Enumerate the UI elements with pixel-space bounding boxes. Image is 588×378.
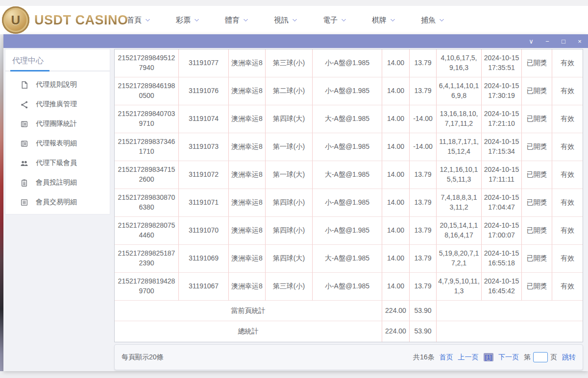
jump-group: 第 页 bbox=[524, 352, 557, 362]
jump-prefix-text: 第 bbox=[524, 353, 531, 362]
sidebar-item-label: 代理團隊統計 bbox=[36, 119, 77, 128]
cell-amount: 14.00 bbox=[382, 77, 410, 105]
sidebar-item-agent-promotion[interactable]: 代理推廣管理 bbox=[5, 94, 110, 114]
chevron-down-icon bbox=[244, 17, 248, 22]
site-header: U USDT CASINO 首頁 彩票 體育 視訊 電子 棋牌 捕魚 bbox=[0, 6, 588, 34]
browser-top-strip bbox=[0, 0, 588, 6]
team-stats-icon bbox=[20, 120, 28, 128]
cell-amount: 14.00 bbox=[382, 273, 410, 301]
nav-item-home[interactable]: 首頁 bbox=[114, 16, 163, 25]
cell-valid: 有效 bbox=[552, 105, 583, 133]
sidebar-item-member-transactions[interactable]: 會員交易明細 bbox=[5, 192, 110, 212]
cell-bet-id: 2152172898373461710 bbox=[115, 133, 179, 161]
table-row: 2152172898495127940 31191077 澳洲幸运8 第三球(小… bbox=[115, 49, 583, 77]
list-icon bbox=[20, 198, 28, 207]
table-row: 2152172898308706380 31191071 澳洲幸运8 第四球(小… bbox=[115, 189, 583, 217]
nav-item-slots[interactable]: 電子 bbox=[310, 16, 359, 25]
prev-page-link[interactable]: 上一页 bbox=[458, 353, 479, 362]
nav-item-video[interactable]: 視訊 bbox=[261, 16, 310, 25]
cell-valid: 有效 bbox=[552, 49, 583, 77]
cell-status: 已開獎 bbox=[522, 217, 552, 245]
cell-lottery: 澳洲幸运8 bbox=[229, 49, 266, 77]
cell-status: 已開獎 bbox=[522, 105, 552, 133]
chevron-down-icon bbox=[391, 17, 395, 22]
sidebar-item-agent-rules[interactable]: 代理規則說明 bbox=[5, 75, 110, 94]
jump-button[interactable]: 跳转 bbox=[562, 353, 576, 362]
cell-winloss: 13.79 bbox=[410, 245, 437, 273]
window-close-button[interactable]: × bbox=[576, 38, 583, 45]
chevron-down-icon bbox=[293, 17, 297, 22]
summary-label: 總統計 bbox=[115, 321, 382, 342]
summary-empty bbox=[437, 321, 583, 342]
summary-empty bbox=[437, 301, 583, 321]
chevron-down-icon bbox=[146, 17, 150, 22]
cell-draw-result: 12,1,16,10,15,5,11,3 bbox=[437, 161, 482, 189]
sidebar-item-label: 代理下級會員 bbox=[36, 159, 77, 167]
summary-winloss: 53.90 bbox=[410, 301, 437, 321]
table-row: 2152172898347152600 31191072 澳洲幸运8 第一球(大… bbox=[115, 161, 583, 189]
cell-time: 2024-10-15 17:15:34 bbox=[482, 133, 522, 161]
cell-play-type: 第二球(小) bbox=[266, 77, 313, 105]
cell-amount: 14.00 bbox=[382, 49, 410, 77]
site-logo[interactable]: U USDT CASINO bbox=[2, 6, 128, 34]
cell-draw-result: 4,7,9,5,10,11,1,3 bbox=[437, 273, 482, 301]
cell-draw-result: 20,15,14,1,18,16,4,17 bbox=[437, 217, 482, 245]
cell-bet-id: 2152172898461980500 bbox=[115, 77, 179, 105]
bet-records-table: 2152172898495127940 31191077 澳洲幸运8 第三球(小… bbox=[114, 49, 583, 342]
cell-valid: 有效 bbox=[552, 189, 583, 217]
cell-status: 已開獎 bbox=[522, 245, 552, 273]
pagination-bar: 每頁顯示20條 共16条 首页 上一页 [1] 下一页 第 页 跳转 bbox=[114, 344, 583, 370]
cell-valid: 有效 bbox=[552, 161, 583, 189]
cell-time: 2024-10-15 17:11:11 bbox=[482, 161, 522, 189]
cell-time: 2024-10-15 17:00:07 bbox=[482, 217, 522, 245]
cell-bet-content: 小-A盤@1.985 bbox=[313, 133, 382, 161]
table-row: 2152172898194289700 31191067 澳洲幸运8 第三球(小… bbox=[115, 273, 583, 301]
nav-item-sports[interactable]: 體育 bbox=[212, 16, 261, 25]
agent-center-window: ∨ − □ × 代理中心 代理規則說明 代理推廣管理 代理團隊統計 bbox=[3, 34, 588, 371]
cell-amount: 14.00 bbox=[382, 133, 410, 161]
total-count-text: 共16条 bbox=[413, 353, 435, 362]
cell-lottery: 澳洲幸运8 bbox=[229, 133, 266, 161]
cell-status: 已開獎 bbox=[522, 133, 552, 161]
cell-play-type: 第三球(小) bbox=[266, 49, 313, 77]
cell-play-type: 第四球(小) bbox=[266, 189, 313, 217]
cell-lottery: 澳洲幸运8 bbox=[229, 245, 266, 273]
page-jump-input[interactable] bbox=[533, 352, 548, 362]
cell-winloss: -14.00 bbox=[410, 105, 437, 133]
cell-amount: 14.00 bbox=[382, 189, 410, 217]
cell-winloss: 13.79 bbox=[410, 77, 437, 105]
coin-logo-icon: U bbox=[2, 6, 29, 34]
cell-bet-content: 大-A盤@1.985 bbox=[313, 161, 382, 189]
document-icon bbox=[20, 81, 28, 89]
sidebar-item-agent-report[interactable]: 代理報表明細 bbox=[5, 134, 110, 153]
cell-bet-content: 小-A盤@1.985 bbox=[313, 49, 382, 77]
sidebar-item-label: 會員投註明細 bbox=[36, 178, 77, 187]
current-page-badge: [1] bbox=[484, 353, 493, 361]
coin-letter: U bbox=[11, 13, 21, 28]
window-controls: ∨ − □ × bbox=[528, 34, 583, 48]
nav-item-cards[interactable]: 棋牌 bbox=[359, 16, 408, 25]
next-page-link[interactable]: 下一页 bbox=[498, 353, 519, 362]
sidebar-title: 代理中心 bbox=[5, 49, 110, 66]
cell-lottery: 澳洲幸运8 bbox=[229, 273, 266, 301]
sidebar-item-team-stats[interactable]: 代理團隊統計 bbox=[5, 114, 110, 134]
nav-item-lottery[interactable]: 彩票 bbox=[163, 16, 212, 25]
window-collapse-button[interactable]: ∨ bbox=[528, 38, 535, 45]
window-maximize-button[interactable]: □ bbox=[560, 38, 567, 45]
sidebar-item-downline-members[interactable]: 代理下級會員 bbox=[5, 153, 110, 173]
cell-lottery: 澳洲幸运8 bbox=[229, 161, 266, 189]
table-row: 2152172898373461710 31191073 澳洲幸运8 第一球(小… bbox=[115, 133, 583, 161]
cell-draw-result: 4,10,6,17,5,9,16,3 bbox=[437, 49, 482, 77]
sidebar-item-member-bets[interactable]: 會員投註明細 bbox=[5, 173, 110, 192]
clipboard-icon bbox=[20, 179, 28, 187]
window-minimize-button[interactable]: − bbox=[544, 38, 551, 45]
table-row: 2152172898407039710 31191074 澳洲幸运8 第四球(大… bbox=[115, 105, 583, 133]
cell-lottery: 澳洲幸运8 bbox=[229, 105, 266, 133]
cell-period: 31191074 bbox=[179, 105, 229, 133]
cell-valid: 有效 bbox=[552, 217, 583, 245]
nav-item-fishing[interactable]: 捕魚 bbox=[408, 16, 457, 25]
first-page-link[interactable]: 首页 bbox=[440, 353, 453, 362]
cell-play-type: 第四球(大) bbox=[266, 105, 313, 133]
cell-bet-content: 小-A盤@1.985 bbox=[313, 273, 382, 301]
members-icon bbox=[20, 159, 28, 167]
